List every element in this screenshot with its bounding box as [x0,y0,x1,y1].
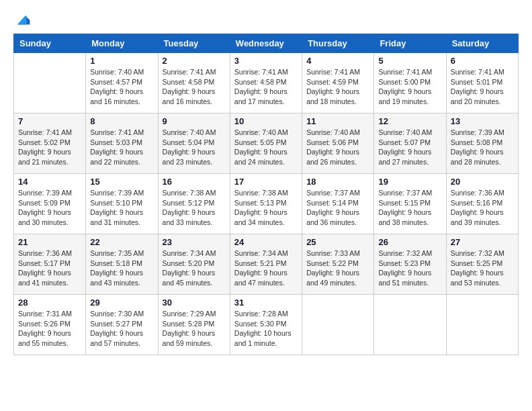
weekday-header: Tuesday [158,34,230,53]
calendar-cell: 18Sunrise: 7:37 AMSunset: 5:14 PMDayligh… [302,174,374,234]
day-number: 9 [163,116,226,126]
svg-marker-1 [17,16,27,25]
day-info: Sunrise: 7:40 AMSunset: 5:05 PMDaylight:… [234,128,298,167]
day-number: 24 [234,237,298,247]
day-number: 30 [163,298,226,308]
day-number: 15 [90,177,153,187]
calendar-cell: 6Sunrise: 7:41 AMSunset: 5:01 PMDaylight… [446,53,518,113]
calendar-cell: 17Sunrise: 7:38 AMSunset: 5:13 PMDayligh… [230,174,302,234]
day-info: Sunrise: 7:28 AMSunset: 5:30 PMDaylight:… [234,309,298,349]
logo-icon [15,13,31,27]
day-info: Sunrise: 7:29 AMSunset: 5:28 PMDaylight:… [163,309,226,349]
day-info: Sunrise: 7:41 AMSunset: 5:02 PMDaylight:… [18,128,81,167]
day-number: 26 [378,237,441,247]
calendar-table: SundayMondayTuesdayWednesdayThursdayFrid… [13,34,519,355]
calendar-cell: 1Sunrise: 7:40 AMSunset: 4:57 PMDaylight… [86,53,158,113]
calendar-cell: 20Sunrise: 7:36 AMSunset: 5:16 PMDayligh… [446,174,518,234]
day-info: Sunrise: 7:40 AMSunset: 4:57 PMDaylight:… [90,67,153,107]
calendar-cell [302,295,374,355]
day-number: 6 [451,56,514,66]
day-info: Sunrise: 7:41 AMSunset: 4:58 PMDaylight:… [163,67,226,107]
calendar-week-row: 14Sunrise: 7:39 AMSunset: 5:09 PMDayligh… [14,174,519,234]
calendar-cell: 9Sunrise: 7:40 AMSunset: 5:04 PMDaylight… [158,113,230,174]
day-info: Sunrise: 7:33 AMSunset: 5:22 PMDaylight:… [306,248,369,288]
day-info: Sunrise: 7:34 AMSunset: 5:21 PMDaylight:… [234,248,298,288]
calendar-cell: 19Sunrise: 7:37 AMSunset: 5:15 PMDayligh… [374,174,446,234]
day-number: 11 [306,116,369,126]
weekday-header: Thursday [302,34,374,53]
day-number: 23 [163,237,226,247]
weekday-header: Saturday [446,34,518,53]
day-info: Sunrise: 7:36 AMSunset: 5:17 PMDaylight:… [18,248,81,288]
day-number: 16 [163,177,226,187]
day-number: 8 [90,116,153,126]
day-info: Sunrise: 7:40 AMSunset: 5:04 PMDaylight:… [163,128,226,167]
calendar-cell: 5Sunrise: 7:41 AMSunset: 5:00 PMDaylight… [374,53,446,113]
day-info: Sunrise: 7:34 AMSunset: 5:20 PMDaylight:… [163,248,226,288]
day-info: Sunrise: 7:38 AMSunset: 5:12 PMDaylight:… [163,188,226,228]
calendar-cell: 21Sunrise: 7:36 AMSunset: 5:17 PMDayligh… [14,234,86,295]
calendar-week-row: 28Sunrise: 7:31 AMSunset: 5:26 PMDayligh… [14,295,519,355]
calendar-cell: 16Sunrise: 7:38 AMSunset: 5:12 PMDayligh… [158,174,230,234]
day-number: 12 [378,116,441,126]
day-number: 13 [451,116,514,126]
day-number: 29 [90,298,153,308]
day-number: 2 [163,56,226,66]
day-info: Sunrise: 7:38 AMSunset: 5:13 PMDaylight:… [234,188,298,228]
weekday-header: Monday [86,34,158,53]
calendar-cell: 12Sunrise: 7:40 AMSunset: 5:07 PMDayligh… [374,113,446,174]
day-info: Sunrise: 7:41 AMSunset: 5:00 PMDaylight:… [378,67,441,107]
weekday-header: Sunday [14,34,86,53]
day-number: 28 [18,298,81,308]
day-info: Sunrise: 7:39 AMSunset: 5:10 PMDaylight:… [90,188,153,228]
weekday-header: Wednesday [230,34,302,53]
day-info: Sunrise: 7:39 AMSunset: 5:08 PMDaylight:… [451,128,514,167]
day-number: 7 [18,116,81,126]
day-info: Sunrise: 7:32 AMSunset: 5:23 PMDaylight:… [378,248,441,288]
calendar-cell: 29Sunrise: 7:30 AMSunset: 5:27 PMDayligh… [86,295,158,355]
weekday-header: Friday [374,34,446,53]
day-info: Sunrise: 7:31 AMSunset: 5:26 PMDaylight:… [18,309,81,349]
day-number: 22 [90,237,153,247]
day-number: 27 [451,237,514,247]
calendar-cell [14,53,86,113]
calendar-cell: 14Sunrise: 7:39 AMSunset: 5:09 PMDayligh… [14,174,86,234]
calendar-cell: 8Sunrise: 7:41 AMSunset: 5:03 PMDaylight… [86,113,158,174]
calendar-cell: 22Sunrise: 7:35 AMSunset: 5:18 PMDayligh… [86,234,158,295]
day-number: 31 [234,298,298,308]
calendar-cell: 25Sunrise: 7:33 AMSunset: 5:22 PMDayligh… [302,234,374,295]
calendar-cell: 7Sunrise: 7:41 AMSunset: 5:02 PMDaylight… [14,113,86,174]
calendar-cell [446,295,518,355]
calendar-week-row: 21Sunrise: 7:36 AMSunset: 5:17 PMDayligh… [14,234,519,295]
day-number: 18 [306,177,369,187]
calendar-cell: 2Sunrise: 7:41 AMSunset: 4:58 PMDaylight… [158,53,230,113]
calendar-week-row: 7Sunrise: 7:41 AMSunset: 5:02 PMDaylight… [14,113,519,174]
calendar-cell: 15Sunrise: 7:39 AMSunset: 5:10 PMDayligh… [86,174,158,234]
day-number: 1 [90,56,153,66]
calendar-cell: 13Sunrise: 7:39 AMSunset: 5:08 PMDayligh… [446,113,518,174]
day-number: 14 [18,177,81,187]
day-info: Sunrise: 7:37 AMSunset: 5:14 PMDaylight:… [306,188,369,228]
day-number: 4 [306,56,369,66]
day-number: 20 [451,177,514,187]
day-number: 19 [378,177,441,187]
calendar-cell: 23Sunrise: 7:34 AMSunset: 5:20 PMDayligh… [158,234,230,295]
day-info: Sunrise: 7:40 AMSunset: 5:06 PMDaylight:… [306,128,369,167]
day-info: Sunrise: 7:41 AMSunset: 5:01 PMDaylight:… [451,67,514,107]
calendar-cell [374,295,446,355]
page-header [13,13,519,27]
day-number: 10 [234,116,298,126]
calendar-cell: 27Sunrise: 7:32 AMSunset: 5:25 PMDayligh… [446,234,518,295]
calendar-cell: 28Sunrise: 7:31 AMSunset: 5:26 PMDayligh… [14,295,86,355]
day-info: Sunrise: 7:41 AMSunset: 4:58 PMDaylight:… [234,67,298,107]
calendar-cell: 3Sunrise: 7:41 AMSunset: 4:58 PMDaylight… [230,53,302,113]
day-info: Sunrise: 7:30 AMSunset: 5:27 PMDaylight:… [90,309,153,349]
day-number: 25 [306,237,369,247]
calendar-cell: 26Sunrise: 7:32 AMSunset: 5:23 PMDayligh… [374,234,446,295]
logo [13,13,32,27]
calendar-cell: 30Sunrise: 7:29 AMSunset: 5:28 PMDayligh… [158,295,230,355]
day-info: Sunrise: 7:35 AMSunset: 5:18 PMDaylight:… [90,248,153,288]
calendar-cell: 31Sunrise: 7:28 AMSunset: 5:30 PMDayligh… [230,295,302,355]
day-info: Sunrise: 7:40 AMSunset: 5:07 PMDaylight:… [378,128,441,167]
calendar-cell: 11Sunrise: 7:40 AMSunset: 5:06 PMDayligh… [302,113,374,174]
